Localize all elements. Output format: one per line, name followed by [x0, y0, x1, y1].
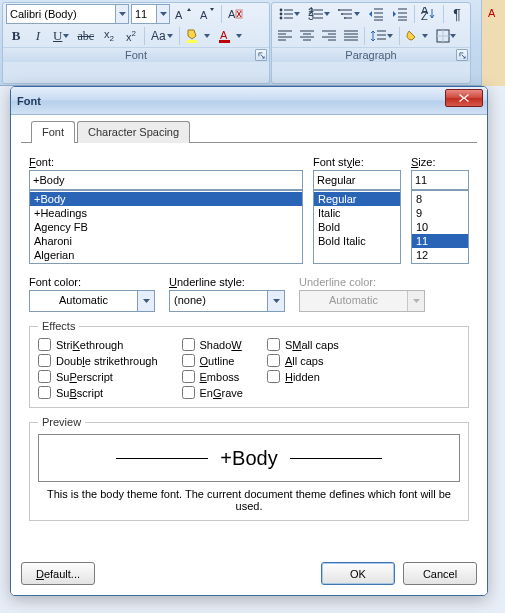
close-button[interactable]	[445, 89, 483, 107]
list-item[interactable]: Italic	[314, 206, 400, 220]
align-left-icon[interactable]	[275, 26, 295, 46]
cancel-button[interactable]: Cancel	[403, 562, 477, 585]
change-case-icon[interactable]: Aa	[148, 26, 176, 46]
effect-strikethrough[interactable]: StriKethrough	[38, 338, 158, 351]
titlebar[interactable]: Font	[11, 87, 487, 115]
checkbox[interactable]	[38, 386, 51, 399]
list-item[interactable]: Algerian	[30, 248, 302, 262]
strikethrough-icon[interactable]: abc	[74, 26, 97, 46]
font-size-combo[interactable]	[131, 4, 170, 24]
shading-icon[interactable]	[403, 26, 431, 46]
list-item[interactable]: 11	[412, 234, 468, 248]
separator	[221, 5, 222, 23]
increase-indent-icon[interactable]	[389, 4, 411, 24]
effect-double-strikethrough[interactable]: Double strikethrough	[38, 354, 158, 367]
underline-style-dropdown[interactable]: (none)	[169, 290, 285, 312]
line-spacing-icon[interactable]	[368, 26, 396, 46]
pilcrow-icon[interactable]: ¶	[447, 4, 467, 24]
list-item[interactable]: Regular	[314, 192, 400, 206]
effect-outline[interactable]: Outline	[182, 354, 243, 367]
list-item[interactable]: 8	[412, 192, 468, 206]
list-item[interactable]: 9	[412, 206, 468, 220]
clear-formatting-icon[interactable]: A	[225, 4, 247, 24]
checkbox[interactable]	[267, 338, 280, 351]
size-listbox[interactable]: 89101112	[411, 190, 469, 264]
sort-icon[interactable]: AZ	[418, 4, 440, 24]
font-name-combo[interactable]	[6, 4, 129, 24]
ok-button[interactable]: OK	[321, 562, 395, 585]
dialog-launcher-icon[interactable]	[456, 49, 468, 61]
superscript-icon[interactable]: x2	[121, 26, 141, 46]
list-item[interactable]: Bold	[314, 220, 400, 234]
preview-box: +Body	[38, 434, 460, 482]
font-style-input[interactable]	[313, 170, 401, 190]
checkbox[interactable]	[38, 354, 51, 367]
tab-character-spacing[interactable]: Character Spacing	[77, 121, 190, 143]
justify-icon[interactable]	[341, 26, 361, 46]
list-item[interactable]: 10	[412, 220, 468, 234]
separator	[443, 5, 444, 23]
effect-shadow[interactable]: ShadoW	[182, 338, 243, 351]
chevron-down-icon[interactable]	[137, 291, 154, 311]
svg-text:Z: Z	[421, 10, 428, 21]
underline-icon[interactable]: U	[50, 26, 72, 46]
list-item[interactable]: Aharoni	[30, 234, 302, 248]
checkbox[interactable]	[182, 386, 195, 399]
effect-superscript[interactable]: SuPerscript	[38, 370, 158, 383]
font-color-dropdown[interactable]: Automatic	[29, 290, 155, 312]
font-style-listbox[interactable]: RegularItalicBoldBold Italic	[313, 190, 401, 264]
multilevel-list-icon[interactable]	[335, 4, 363, 24]
chevron-down-icon[interactable]	[115, 5, 128, 23]
svg-text:A: A	[200, 9, 208, 21]
effect-subscript[interactable]: SuBscript	[38, 386, 158, 399]
numbering-icon[interactable]: 123	[305, 4, 333, 24]
subscript-icon[interactable]: x2	[99, 26, 119, 46]
list-item[interactable]: +Headings	[30, 206, 302, 220]
grow-font-icon[interactable]: A	[172, 4, 194, 24]
bold-icon[interactable]: B	[6, 26, 26, 46]
effect-emboss[interactable]: Emboss	[182, 370, 243, 383]
checkbox[interactable]	[267, 370, 280, 383]
align-center-icon[interactable]	[297, 26, 317, 46]
checkbox[interactable]	[267, 354, 280, 367]
ribbon-group-font: A A A B I U abc x2 x2 Aa	[2, 2, 270, 84]
checkbox[interactable]	[182, 354, 195, 367]
chevron-down-icon[interactable]	[156, 5, 169, 23]
borders-icon[interactable]	[433, 26, 459, 46]
tab-font[interactable]: Font	[31, 121, 75, 143]
quick-access-icon[interactable]: A	[482, 2, 504, 22]
dialog-title: Font	[17, 95, 41, 107]
checkbox[interactable]	[38, 370, 51, 383]
font-name-input[interactable]	[7, 5, 115, 23]
italic-icon[interactable]: I	[28, 26, 48, 46]
highlight-icon[interactable]	[183, 26, 213, 46]
effect-engrave[interactable]: EnGrave	[182, 386, 243, 399]
preview-sample: +Body	[220, 447, 277, 470]
font-listbox[interactable]: +Body+HeadingsAgency FBAharoniAlgerian	[29, 190, 303, 264]
dialog-launcher-icon[interactable]	[255, 49, 267, 61]
font-color-icon[interactable]: A	[215, 26, 245, 46]
decrease-indent-icon[interactable]	[365, 4, 387, 24]
default-button[interactable]: Default...	[21, 562, 95, 585]
align-right-icon[interactable]	[319, 26, 339, 46]
checkbox[interactable]	[182, 370, 195, 383]
chevron-down-icon[interactable]	[267, 291, 284, 311]
checkbox[interactable]	[182, 338, 195, 351]
font-size-input[interactable]	[132, 5, 156, 23]
font-input[interactable]	[29, 170, 303, 190]
size-input[interactable]	[411, 170, 469, 190]
separator	[364, 27, 365, 45]
effect-small-caps[interactable]: SMall caps	[267, 338, 339, 351]
shrink-font-icon[interactable]: A	[196, 4, 218, 24]
effect-hidden[interactable]: Hidden	[267, 370, 339, 383]
list-item[interactable]: 12	[412, 248, 468, 262]
svg-text:A: A	[228, 8, 236, 20]
font-dialog: Font Font Character Spacing Font: +Body+…	[10, 86, 488, 596]
list-item[interactable]: +Body	[30, 192, 302, 206]
list-item[interactable]: Agency FB	[30, 220, 302, 234]
effect-all-caps[interactable]: All caps	[267, 354, 339, 367]
checkbox[interactable]	[38, 338, 51, 351]
bullets-icon[interactable]	[275, 4, 303, 24]
svg-point-9	[280, 17, 283, 20]
list-item[interactable]: Bold Italic	[314, 234, 400, 248]
